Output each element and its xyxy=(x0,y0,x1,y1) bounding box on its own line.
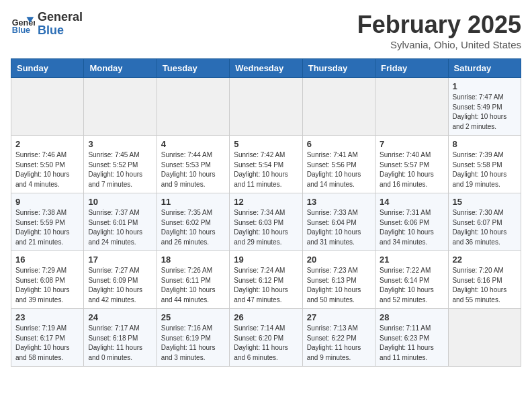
title-block: February 2025 Sylvania, Ohio, United Sta… xyxy=(357,11,521,50)
day-number: 5 xyxy=(234,139,298,149)
day-cell: 15Sunrise: 7:30 AM Sunset: 6:07 PM Dayli… xyxy=(448,193,521,251)
weekday-header-row: SundayMondayTuesdayWednesdayThursdayFrid… xyxy=(11,59,521,78)
day-cell xyxy=(157,78,229,136)
day-number: 22 xyxy=(453,255,517,265)
calendar-table: SundayMondayTuesdayWednesdayThursdayFrid… xyxy=(11,58,521,367)
day-cell: 2Sunrise: 7:46 AM Sunset: 5:50 PM Daylig… xyxy=(11,136,84,193)
weekday-header-saturday: Saturday xyxy=(448,59,521,78)
day-number: 14 xyxy=(380,197,443,207)
day-cell xyxy=(84,78,157,136)
day-info: Sunrise: 7:24 AM Sunset: 6:12 PM Dayligh… xyxy=(234,266,298,305)
day-cell: 3Sunrise: 7:45 AM Sunset: 5:52 PM Daylig… xyxy=(84,136,157,193)
day-cell: 27Sunrise: 7:13 AM Sunset: 6:22 PM Dayli… xyxy=(302,309,375,367)
day-info: Sunrise: 7:42 AM Sunset: 5:54 PM Dayligh… xyxy=(234,150,298,189)
day-cell: 24Sunrise: 7:17 AM Sunset: 6:18 PM Dayli… xyxy=(84,309,157,367)
day-number: 13 xyxy=(307,197,371,207)
svg-text:Blue: Blue xyxy=(12,25,30,34)
logo-general-text: General xyxy=(38,11,83,24)
day-info: Sunrise: 7:13 AM Sunset: 6:22 PM Dayligh… xyxy=(307,324,371,363)
day-number: 3 xyxy=(88,139,152,149)
day-number: 26 xyxy=(234,312,298,322)
week-row-1: 1Sunrise: 7:47 AM Sunset: 5:49 PM Daylig… xyxy=(11,78,521,136)
weekday-header-sunday: Sunday xyxy=(11,59,84,78)
day-info: Sunrise: 7:35 AM Sunset: 6:02 PM Dayligh… xyxy=(161,208,225,247)
week-row-3: 9Sunrise: 7:38 AM Sunset: 5:59 PM Daylig… xyxy=(11,193,521,251)
day-info: Sunrise: 7:44 AM Sunset: 5:53 PM Dayligh… xyxy=(161,150,225,189)
day-info: Sunrise: 7:26 AM Sunset: 6:11 PM Dayligh… xyxy=(161,266,225,305)
day-cell: 23Sunrise: 7:19 AM Sunset: 6:17 PM Dayli… xyxy=(11,309,84,367)
day-cell: 14Sunrise: 7:31 AM Sunset: 6:06 PM Dayli… xyxy=(375,193,448,251)
day-number: 18 xyxy=(161,255,225,265)
day-number: 21 xyxy=(380,255,443,265)
day-info: Sunrise: 7:11 AM Sunset: 6:23 PM Dayligh… xyxy=(380,324,443,363)
day-cell: 17Sunrise: 7:27 AM Sunset: 6:09 PM Dayli… xyxy=(84,251,157,309)
weekday-header-thursday: Thursday xyxy=(302,59,375,78)
logo-icon: General Blue xyxy=(11,12,35,36)
day-info: Sunrise: 7:22 AM Sunset: 6:14 PM Dayligh… xyxy=(380,266,443,305)
day-info: Sunrise: 7:17 AM Sunset: 6:18 PM Dayligh… xyxy=(88,324,152,363)
day-cell: 19Sunrise: 7:24 AM Sunset: 6:12 PM Dayli… xyxy=(230,251,302,309)
day-number: 6 xyxy=(307,139,371,149)
day-cell: 20Sunrise: 7:23 AM Sunset: 6:13 PM Dayli… xyxy=(302,251,375,309)
day-info: Sunrise: 7:38 AM Sunset: 5:59 PM Dayligh… xyxy=(15,208,79,247)
day-info: Sunrise: 7:45 AM Sunset: 5:52 PM Dayligh… xyxy=(88,150,152,189)
day-info: Sunrise: 7:47 AM Sunset: 5:49 PM Dayligh… xyxy=(453,93,517,132)
day-cell: 18Sunrise: 7:26 AM Sunset: 6:11 PM Dayli… xyxy=(157,251,229,309)
day-number: 20 xyxy=(307,255,371,265)
day-number: 10 xyxy=(88,197,152,207)
day-info: Sunrise: 7:19 AM Sunset: 6:17 PM Dayligh… xyxy=(15,324,79,363)
day-cell: 10Sunrise: 7:37 AM Sunset: 6:01 PM Dayli… xyxy=(84,193,157,251)
day-info: Sunrise: 7:16 AM Sunset: 6:19 PM Dayligh… xyxy=(161,324,225,363)
day-info: Sunrise: 7:39 AM Sunset: 5:58 PM Dayligh… xyxy=(453,150,517,189)
day-info: Sunrise: 7:27 AM Sunset: 6:09 PM Dayligh… xyxy=(88,266,152,305)
day-cell: 26Sunrise: 7:14 AM Sunset: 6:20 PM Dayli… xyxy=(230,309,302,367)
day-cell: 13Sunrise: 7:33 AM Sunset: 6:04 PM Dayli… xyxy=(302,193,375,251)
day-cell xyxy=(448,309,521,367)
calendar-title: February 2025 xyxy=(357,11,521,39)
day-info: Sunrise: 7:14 AM Sunset: 6:20 PM Dayligh… xyxy=(234,324,298,363)
day-cell xyxy=(375,78,448,136)
day-cell: 9Sunrise: 7:38 AM Sunset: 5:59 PM Daylig… xyxy=(11,193,84,251)
day-cell: 8Sunrise: 7:39 AM Sunset: 5:58 PM Daylig… xyxy=(448,136,521,193)
day-info: Sunrise: 7:46 AM Sunset: 5:50 PM Dayligh… xyxy=(15,150,79,189)
day-info: Sunrise: 7:33 AM Sunset: 6:04 PM Dayligh… xyxy=(307,208,371,247)
day-cell: 16Sunrise: 7:29 AM Sunset: 6:08 PM Dayli… xyxy=(11,251,84,309)
weekday-header-tuesday: Tuesday xyxy=(157,59,229,78)
day-cell: 5Sunrise: 7:42 AM Sunset: 5:54 PM Daylig… xyxy=(230,136,302,193)
day-info: Sunrise: 7:30 AM Sunset: 6:07 PM Dayligh… xyxy=(453,208,517,247)
day-cell: 21Sunrise: 7:22 AM Sunset: 6:14 PM Dayli… xyxy=(375,251,448,309)
day-number: 17 xyxy=(88,255,152,265)
day-number: 27 xyxy=(307,312,371,322)
day-cell: 28Sunrise: 7:11 AM Sunset: 6:23 PM Dayli… xyxy=(375,309,448,367)
calendar-subtitle: Sylvania, Ohio, United States xyxy=(357,39,521,50)
day-info: Sunrise: 7:37 AM Sunset: 6:01 PM Dayligh… xyxy=(88,208,152,247)
week-row-2: 2Sunrise: 7:46 AM Sunset: 5:50 PM Daylig… xyxy=(11,136,521,193)
day-cell xyxy=(230,78,302,136)
day-number: 1 xyxy=(453,81,517,91)
day-cell: 22Sunrise: 7:20 AM Sunset: 6:16 PM Dayli… xyxy=(448,251,521,309)
day-number: 2 xyxy=(15,139,79,149)
day-cell: 6Sunrise: 7:41 AM Sunset: 5:56 PM Daylig… xyxy=(302,136,375,193)
day-number: 8 xyxy=(453,139,517,149)
day-number: 19 xyxy=(234,255,298,265)
logo-blue-text: Blue xyxy=(38,24,83,38)
day-cell: 4Sunrise: 7:44 AM Sunset: 5:53 PM Daylig… xyxy=(157,136,229,193)
day-number: 7 xyxy=(380,139,443,149)
day-cell xyxy=(302,78,375,136)
day-cell: 11Sunrise: 7:35 AM Sunset: 6:02 PM Dayli… xyxy=(157,193,229,251)
day-number: 28 xyxy=(380,312,443,322)
day-info: Sunrise: 7:23 AM Sunset: 6:13 PM Dayligh… xyxy=(307,266,371,305)
day-info: Sunrise: 7:34 AM Sunset: 6:03 PM Dayligh… xyxy=(234,208,298,247)
day-cell: 1Sunrise: 7:47 AM Sunset: 5:49 PM Daylig… xyxy=(448,78,521,136)
day-number: 11 xyxy=(161,197,225,207)
day-number: 23 xyxy=(15,312,79,322)
day-cell xyxy=(11,78,84,136)
day-number: 12 xyxy=(234,197,298,207)
week-row-5: 23Sunrise: 7:19 AM Sunset: 6:17 PM Dayli… xyxy=(11,309,521,367)
day-number: 15 xyxy=(453,197,517,207)
weekday-header-monday: Monday xyxy=(84,59,157,78)
day-number: 25 xyxy=(161,312,225,322)
day-info: Sunrise: 7:20 AM Sunset: 6:16 PM Dayligh… xyxy=(453,266,517,305)
weekday-header-friday: Friday xyxy=(375,59,448,78)
day-number: 4 xyxy=(161,139,225,149)
